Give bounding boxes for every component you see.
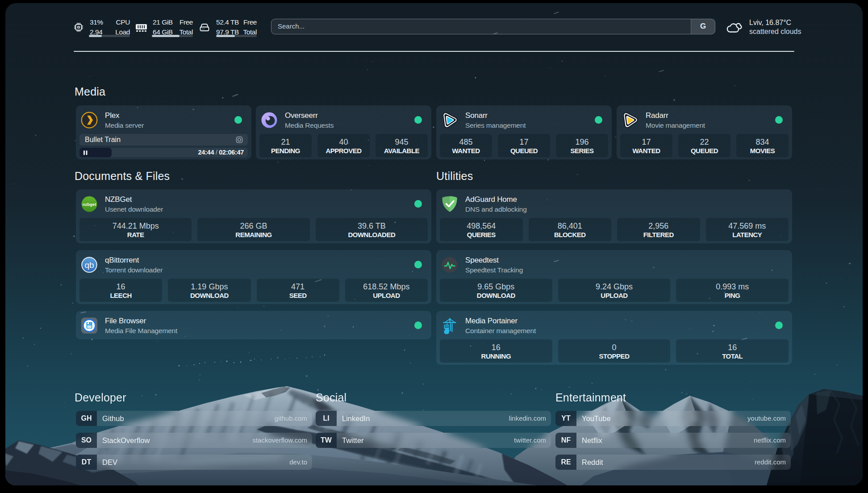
svg-text:nzbget: nzbget xyxy=(83,202,96,207)
svg-text:qb: qb xyxy=(84,260,94,270)
